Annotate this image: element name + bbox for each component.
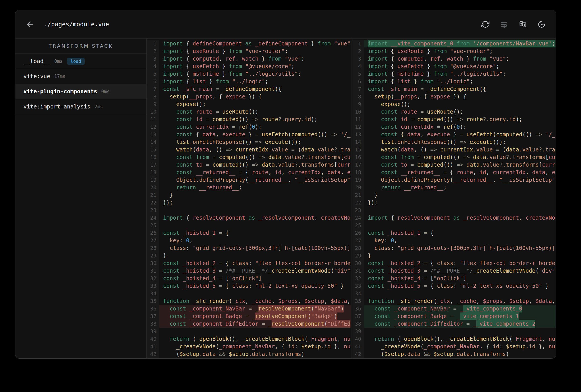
line-number: 40 xyxy=(351,335,364,343)
code-line: 18 const __returned__ = { route, id, cur… xyxy=(146,168,351,176)
code-line: 25 xyxy=(146,222,351,229)
plugin-time: 0ms xyxy=(54,58,62,64)
line-number: 37 xyxy=(351,312,364,320)
code-line: 5import { msToTime } from "../logic/util… xyxy=(146,70,351,78)
sidebar-item-vite-plugin-components[interactable]: vite-plugin-components 0ms xyxy=(15,84,146,99)
sidebar-item-vite-vue[interactable]: vite:vue 17ms xyxy=(15,69,146,84)
code-text: import { useRoute } from "vue-router"; xyxy=(159,48,351,55)
back-arrow-icon[interactable] xyxy=(26,20,34,29)
code-line: 37 const _component_Badge = _resolveComp… xyxy=(146,312,351,320)
line-number: 36 xyxy=(351,305,364,312)
line-number: 32 xyxy=(351,274,364,282)
line-number: 27 xyxy=(146,237,159,244)
code-text: ($setup.data && $setup.data.transforms) xyxy=(159,350,351,358)
line-number: 39 xyxy=(351,328,364,335)
code-text: const from = computed(() => data.value?.… xyxy=(159,154,351,161)
line-number: 23 xyxy=(351,206,364,214)
code-text: import { useRoute } from "vue-router"; xyxy=(364,48,556,55)
code-line: 10 const route = useRoute(); xyxy=(146,108,351,116)
text-wrap-icon[interactable] xyxy=(500,20,508,28)
plugin-name: vite:import-analysis xyxy=(24,103,90,110)
code-line: 39 xyxy=(351,328,556,335)
line-number: 21 xyxy=(351,191,364,199)
line-number: 1 xyxy=(351,40,364,48)
code-text xyxy=(159,222,351,229)
line-number: 5 xyxy=(146,70,159,78)
refresh-icon[interactable] xyxy=(482,20,490,28)
code-text: const _sfc_main = _defineComponent({ xyxy=(364,85,556,93)
code-text: const to = computed(() => data.value?.tr… xyxy=(364,161,556,168)
header-bar: ./pages/module.vue xyxy=(15,10,556,38)
page-title: ./pages/module.vue xyxy=(44,21,109,28)
code-line: 4import { useFetch } from "@vueuse/core"… xyxy=(146,62,351,70)
code-line: 21 } xyxy=(351,191,556,199)
code-line: 27 key: 0, xyxy=(351,237,556,244)
header-actions xyxy=(482,20,546,28)
line-number: 6 xyxy=(146,78,159,85)
plugin-time: 17ms xyxy=(54,74,66,79)
code-text: const id = computed(() => route?.query.i… xyxy=(364,116,556,123)
sidebar-item-vite-import-analysis[interactable]: vite:import-analysis 2ms xyxy=(15,99,146,114)
dark-mode-moon-icon[interactable] xyxy=(538,20,546,28)
code-text: return __returned__; xyxy=(364,184,556,191)
code-line: 38 const _component_DiffEditor = _resolv… xyxy=(146,320,351,328)
line-number: 42 xyxy=(146,350,159,358)
line-number: 20 xyxy=(351,184,364,191)
code-line: 35function _sfc_render(_ctx, _cache, $pr… xyxy=(351,297,556,305)
line-number: 27 xyxy=(351,237,364,244)
code-text: const _hoisted_5 = { class: "ml-2 text-x… xyxy=(159,282,351,290)
code-text: }); xyxy=(364,199,556,206)
line-number: 36 xyxy=(146,305,159,312)
code-line: 16 const from = computed(() => data.valu… xyxy=(351,154,556,161)
line-number: 1 xyxy=(146,40,159,48)
code-text xyxy=(364,206,556,214)
line-number: 24 xyxy=(351,214,364,222)
code-line: 3import { computed, ref, watch } from "v… xyxy=(351,55,556,62)
line-number: 31 xyxy=(146,267,159,274)
code-text: const _hoisted_5 = { class: "ml-2 text-x… xyxy=(364,282,556,290)
code-line: 23 xyxy=(351,206,556,214)
code-line: 11 const id = computed(() => route?.quer… xyxy=(146,116,351,123)
line-number: 17 xyxy=(351,161,364,168)
code-line: 17 const to = computed(() => data.value?… xyxy=(351,161,556,168)
line-number: 34 xyxy=(146,290,159,297)
line-number: 4 xyxy=(351,62,364,70)
code-text: const _hoisted_4 = ["onClick"] xyxy=(364,274,556,282)
code-text: key: 0, xyxy=(159,237,351,244)
code-text: } xyxy=(364,191,556,199)
code-line: 12 const currentIdx = ref(0); xyxy=(351,123,556,131)
code-line: 33const _hoisted_5 = { class: "ml-2 text… xyxy=(351,282,556,290)
line-number: 12 xyxy=(351,123,364,131)
line-number: 9 xyxy=(351,100,364,108)
transform-stack-title: TRANSFORM STACK xyxy=(15,38,146,54)
sidebar-item-load[interactable]: __load__ 0ms load xyxy=(15,54,146,69)
line-number: 10 xyxy=(351,108,364,116)
code-line: 19 Object.defineProperty(__returned__, "… xyxy=(146,176,351,184)
code-line: 42 ($setup.data && $setup.data.transform… xyxy=(146,350,351,358)
line-number: 12 xyxy=(146,123,159,131)
code-line: 7const _sfc_main = _defineComponent({ xyxy=(351,85,556,93)
code-text: import { list } from "../logic"; xyxy=(159,78,351,85)
line-number: 18 xyxy=(351,168,364,176)
merge-panels-icon[interactable] xyxy=(519,20,527,28)
code-text: watch(data, () => currentIdx.value = (da… xyxy=(364,146,556,154)
code-text: ($setup.data && $setup.data.transforms) xyxy=(364,350,556,358)
line-number: 9 xyxy=(146,100,159,108)
plugin-time: 0ms xyxy=(101,89,110,94)
code-text: import { computed, ref, watch } from "vu… xyxy=(364,55,556,62)
code-line: 26const _hoisted_1 = { xyxy=(146,229,351,237)
code-line: 14 list.onFetchResponse(() => execute())… xyxy=(351,138,556,146)
line-number: 7 xyxy=(351,85,364,93)
code-text: Object.defineProperty(__returned__, "__i… xyxy=(159,176,351,184)
code-text: const _component_DiffEditor = __vite_com… xyxy=(364,320,556,328)
code-line: 40 return (_openBlock(), _createElementB… xyxy=(146,335,351,343)
code-line: 9 expose(); xyxy=(146,100,351,108)
line-number: 33 xyxy=(146,282,159,290)
code-line: 33const _hoisted_5 = { class: "ml-2 text… xyxy=(146,282,351,290)
code-text: return __returned__; xyxy=(159,184,351,191)
line-number: 14 xyxy=(146,138,159,146)
line-number: 2 xyxy=(146,48,159,55)
code-text: }); xyxy=(159,199,351,206)
code-panel-before: 1import { defineComponent as _defineComp… xyxy=(146,38,351,358)
line-number: 26 xyxy=(351,229,364,237)
